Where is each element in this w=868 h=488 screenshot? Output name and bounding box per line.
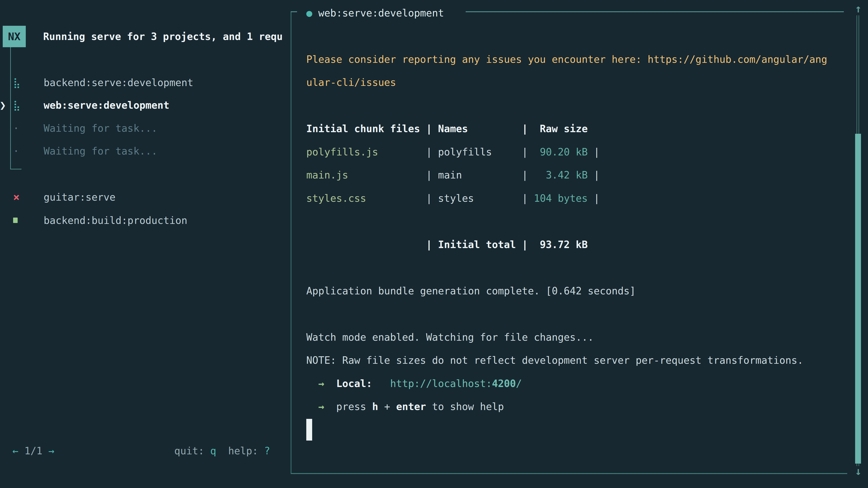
local-url-link[interactable]: http://localhost:4200/	[390, 378, 522, 389]
task-label: Waiting for task...	[43, 139, 157, 162]
task-row-waiting-1[interactable]: · Waiting for task...	[0, 117, 287, 140]
note-line: NOTE: Raw file sizes do not reflect deve…	[306, 349, 827, 372]
page-indicator: 1/1	[19, 445, 49, 457]
panel-title: ● web:serve:development	[306, 1, 827, 25]
table-row: polyfills.js | polyfills | 90.20 kB |	[306, 140, 827, 164]
next-page-button[interactable]: →	[49, 445, 55, 457]
nx-logo: NX	[3, 26, 26, 47]
panel-border-bottom	[291, 473, 847, 474]
prev-page-button[interactable]: ←	[12, 445, 19, 457]
terminal-cursor	[306, 419, 312, 441]
table-row: main.js | main | 3.42 kB |	[306, 164, 827, 187]
spinner-icon: ⣧	[13, 71, 20, 94]
scrollbar-thumb[interactable]	[855, 134, 861, 464]
spinner-icon: ⣧	[13, 94, 20, 117]
watch-mode-line: Watch mode enabled. Watching for file ch…	[306, 326, 827, 349]
panel-border-top-stub	[291, 11, 297, 12]
quit-label: quit:	[174, 445, 210, 457]
terminal-output: ● web:serve:development Please consider …	[306, 1, 827, 442]
success-square-icon	[13, 209, 18, 232]
notice-line-1: Please consider reporting any issues you…	[306, 48, 827, 71]
running-dot-icon: ●	[306, 7, 312, 19]
task-label: guitar:serve	[43, 186, 116, 208]
pager: ← 1/1 →	[12, 439, 54, 462]
arrow-icon: →	[318, 378, 324, 389]
scroll-up-button[interactable]: ↑	[852, 2, 864, 15]
pending-dot-icon: ·	[13, 139, 19, 162]
help-label: help:	[228, 445, 264, 457]
arrow-icon: →	[318, 401, 324, 412]
table-total-row: | Initial total | 93.72 kB	[306, 233, 827, 256]
notice-line-2: ular-cli/issues	[306, 71, 827, 94]
failed-cross-icon: ×	[13, 186, 20, 208]
task-label: backend:serve:development	[43, 71, 193, 94]
task-row-backend-build-production[interactable]: backend:build:production	[0, 209, 287, 232]
task-row-waiting-2[interactable]: · Waiting for task...	[0, 139, 287, 162]
local-url-line: → Local: http://localhost:4200/	[306, 372, 827, 395]
page-title: Running serve for 3 projects, and 1 requ	[43, 25, 289, 48]
table-header: Initial chunk files | Names | Raw size	[306, 117, 827, 140]
quit-key: q	[210, 445, 216, 457]
scroll-down-button[interactable]: ↓	[852, 464, 864, 478]
shortcut-hints: quit: q help: ?	[174, 439, 270, 462]
panel-border-left	[291, 11, 291, 474]
help-key: ?	[264, 445, 270, 457]
task-row-guitar-serve[interactable]: × guitar:serve	[0, 186, 287, 208]
pending-dot-icon: ·	[13, 117, 19, 140]
task-label: backend:build:production	[43, 209, 187, 232]
task-label: web:serve:development	[43, 94, 169, 117]
bundle-complete-line: Application bundle generation complete. …	[306, 279, 827, 302]
nx-terminal-ui: NX Running serve for 3 projects, and 1 r…	[0, 0, 868, 488]
cursor-line	[306, 418, 827, 442]
task-label: Waiting for task...	[43, 117, 157, 140]
table-row: styles.css | styles | 104 bytes |	[306, 187, 827, 210]
help-hint-line: → press h + enter to show help	[306, 395, 827, 418]
task-row-backend-serve-development[interactable]: ⣧ backend:serve:development	[0, 71, 287, 94]
task-row-web-serve-development[interactable]: ⣧ web:serve:development	[0, 94, 287, 117]
task-tree-corner	[10, 169, 22, 169]
